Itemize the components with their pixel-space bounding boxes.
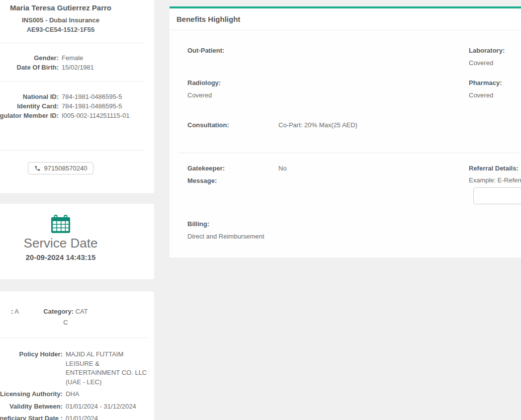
billing-label: Billing:	[187, 220, 209, 228]
gatekeeper-label: Gatekeeper:	[187, 165, 225, 172]
category-field: Category: CAT C	[41, 306, 90, 328]
licensing-authority-value: DHA	[66, 390, 147, 399]
laboratory-label: Laboratory:	[469, 47, 505, 54]
member-name: Maria Teresa Gutierrez Parro	[0, 3, 144, 13]
beneficiary-start-date-value: 01/01/2024	[66, 414, 147, 420]
dob-value: 15/02/1981	[62, 63, 144, 72]
divider	[178, 153, 521, 153]
referral-details-label: Referral Details:	[469, 165, 519, 172]
radiology-value: Covered	[187, 91, 212, 99]
demographics-section: Gender: Female Date Of Birth: 15/02/1981	[0, 43, 144, 81]
phone-number: 971508570240	[44, 165, 87, 172]
benefits-highlight-panel: Benefits Highlight Out-Patient: Laborato…	[170, 6, 521, 257]
consultation-label: Consultation:	[187, 121, 229, 129]
gender-value: Female	[62, 53, 144, 63]
consultation-value: Co-Part: 20% Max(25 AED)	[278, 121, 357, 129]
calendar-icon	[51, 215, 70, 235]
clipped-field-value: A	[14, 308, 19, 315]
gatekeeper-value: No	[278, 165, 287, 172]
out-patient-label: Out-Patient:	[187, 47, 224, 54]
radiology-label: Radiology:	[187, 79, 221, 86]
policy-holder-label: Policy Holder:	[0, 350, 63, 387]
validity-between-label: Validity Between:	[0, 402, 63, 412]
referral-hint: Example: E-Referral	[469, 176, 521, 184]
phone-button[interactable]: 971508570240	[28, 162, 94, 174]
ids-section: National ID: 784-1981-0486595-5 Identity…	[0, 82, 144, 150]
insurer-name: INS005 - Dubai Insurance	[0, 15, 144, 25]
identity-card-label: Identity Card:	[0, 101, 59, 111]
validity-between-value: 01/01/2024 - 31/12/2024	[66, 402, 147, 412]
identity-card-value: 784-1981-0486595-5	[62, 101, 144, 111]
laboratory-value: Covered	[469, 59, 493, 67]
benefits-panel-header: Benefits Highlight	[170, 8, 521, 30]
service-date-value: 20-09-2024 14:43:15	[0, 252, 154, 262]
card-number: AE93-CE54-1512-1F55	[0, 25, 144, 34]
pharmacy-value: Covered	[469, 91, 493, 99]
pharmacy-label: Pharmacy:	[469, 79, 502, 86]
category-row: : A Category: CAT C	[0, 306, 147, 328]
dob-label: Date Of Birth:	[0, 63, 59, 72]
benefits-panel-body: Out-Patient: Laboratory: Covered Radiolo…	[170, 30, 521, 257]
national-id-value: 784-1981-0486595-5	[62, 92, 144, 101]
beneficiary-start-date-label: Beneficiary Start Date :	[0, 414, 63, 420]
message-label: Message:	[187, 177, 217, 184]
billing-value: Direct and Reimbursement	[187, 233, 264, 240]
benefits-panel-title: Benefits Highlight	[176, 15, 240, 23]
service-date-card: Service Date 20-09-2024 14:43:15	[0, 204, 154, 279]
licensing-authority-label: Licensing Authority:	[0, 390, 63, 399]
national-id-label: National ID:	[0, 92, 59, 101]
clipped-field-label: :	[11, 308, 13, 315]
service-date-title: Service Date	[0, 236, 154, 251]
regulator-member-id-value: I005-002-114251115-01	[62, 111, 144, 120]
member-info-card: Maria Teresa Gutierrez Parro INS005 - Du…	[0, 0, 154, 193]
regulator-member-id-label: Regulator Member ID:	[0, 111, 59, 120]
phone-icon	[34, 165, 41, 171]
gender-label: Gender:	[0, 53, 59, 63]
referral-number-input[interactable]	[473, 187, 521, 204]
policy-holder-value: MAJID AL FUTTAIM LEISURE & ENTERTAINMENT…	[66, 350, 147, 387]
category-label: Category:	[43, 308, 74, 315]
policy-fields: Policy Holder: MAJID AL FUTTAIM LEISURE …	[0, 338, 147, 420]
member-name-block: Maria Teresa Gutierrez Parro INS005 - Du…	[0, 3, 144, 34]
clipped-field: : A	[0, 306, 19, 328]
policy-info-card: : A Category: CAT C Policy Holder: MAJID…	[0, 291, 154, 420]
